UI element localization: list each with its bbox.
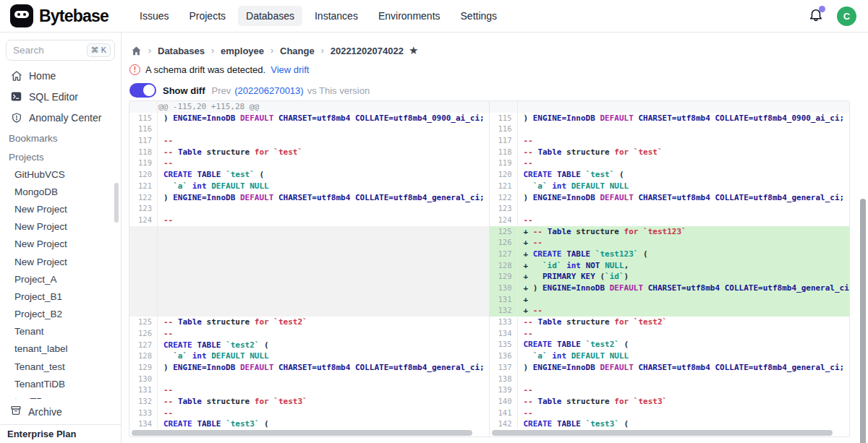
diff-line: 131-- xyxy=(129,384,489,396)
code-text: -- xyxy=(157,158,173,169)
line-number: 120 xyxy=(129,169,157,181)
nav-item-issues[interactable]: Issues xyxy=(132,6,176,26)
code-text: CREATE TABLE `test` ( xyxy=(517,169,624,181)
line-number: 115 xyxy=(490,113,517,124)
code-text: -- xyxy=(517,328,533,340)
diff-pane-current: 115) ENGINE=InnoDB DEFAULT CHARSET=utf8m… xyxy=(490,101,850,436)
code-text: + xyxy=(517,294,529,306)
breadcrumb-separator: › xyxy=(211,46,214,56)
diff-toolbar: Show diff Prev (202206270013) vs This ve… xyxy=(122,75,868,98)
view-drift-link[interactable]: View drift xyxy=(271,64,309,75)
sidebar-project-item[interactable]: New Project xyxy=(0,218,121,236)
search-input[interactable] xyxy=(13,45,80,56)
brand[interactable]: Bytebase xyxy=(0,4,127,27)
breadcrumb-item[interactable]: 20221202074022 xyxy=(331,46,404,56)
sidebar-project-item[interactable]: TenantTiDB xyxy=(0,375,121,392)
sidebar-item-sql-editor[interactable]: SQL Editor xyxy=(0,86,121,107)
code-text: CREATE TABLE `test3` ( xyxy=(157,418,269,430)
line-number: 125 xyxy=(490,226,517,238)
sidebar-project-item[interactable]: Project_B1 xyxy=(0,288,121,305)
diff-line: 134-- xyxy=(490,328,850,340)
sidebar-item-archive[interactable]: Archive xyxy=(0,399,121,424)
line-number: 122 xyxy=(490,192,517,204)
nav-item-environments[interactable]: Environments xyxy=(370,6,448,26)
nav-item-settings[interactable]: Settings xyxy=(453,6,506,26)
sidebar-project-item[interactable]: MongoDB xyxy=(0,183,121,200)
code-text: CREATE TABLE `test` ( xyxy=(157,169,264,181)
code-text: `a` int DEFAULT NULL xyxy=(157,181,269,192)
line-number: 139 xyxy=(490,384,517,396)
avatar[interactable]: C xyxy=(837,7,856,26)
horizontal-scrollbar[interactable] xyxy=(492,430,841,436)
line-number: 117 xyxy=(490,135,517,147)
sidebar-project-item[interactable]: Tenant xyxy=(0,323,121,340)
sidebar-project-item[interactable]: New Project xyxy=(0,200,121,218)
code-text xyxy=(517,124,524,135)
page-vertical-scrollbar[interactable] xyxy=(860,199,866,443)
sidebar-project-item[interactable]: GitHubVCS xyxy=(0,165,121,183)
code-text xyxy=(157,124,163,135)
star-icon[interactable]: ★ xyxy=(409,44,418,57)
code-text xyxy=(517,374,524,385)
code-text xyxy=(517,203,524,215)
sidebar-project-item[interactable]: tenant_label xyxy=(0,340,121,358)
breadcrumb-item[interactable]: employee xyxy=(221,46,264,56)
diff-line: 140-- Table structure for `test3` xyxy=(490,396,850,408)
diff-viewer: @@ -115,20 +115,28 @@115) ENGINE=InnoDB … xyxy=(129,100,850,437)
shield-icon xyxy=(10,111,22,124)
diff-line: 125-- Table structure for `test2` xyxy=(129,317,489,328)
sidebar-section-bookmarks: Bookmarks xyxy=(0,128,121,147)
sidebar-project-item[interactable]: New Project xyxy=(0,253,121,270)
diff-hunk-header: @@ -115,20 +115,28 @@ xyxy=(129,101,489,113)
sidebar-project-item[interactable]: Tenant_test xyxy=(0,358,121,375)
home-icon[interactable] xyxy=(131,46,142,56)
diff-line-added: 130+ ) ENGINE=InnoDB DEFAULT CHARSET=utf… xyxy=(490,283,850,294)
horizontal-scrollbar[interactable] xyxy=(132,430,480,436)
diff-line: 122) ENGINE=InnoDB DEFAULT CHARSET=utf8m… xyxy=(129,192,489,204)
sidebar-item-anomaly-center[interactable]: Anomaly Center xyxy=(0,107,121,128)
code-text: -- xyxy=(517,135,533,147)
line-number: 132 xyxy=(129,396,157,408)
archive-icon xyxy=(10,405,22,418)
line-number: 137 xyxy=(490,362,517,374)
diff-line: 118-- Table structure for `test` xyxy=(490,147,850,158)
line-number: 124 xyxy=(490,215,517,226)
line-number: 121 xyxy=(129,181,157,192)
code-text: + -- xyxy=(517,305,543,317)
breadcrumb-item[interactable]: Change xyxy=(280,46,315,56)
main-content: ›Databases›employee›Change›2022120207402… xyxy=(122,33,868,443)
sidebar-item-label: Home xyxy=(29,70,56,82)
search-box[interactable]: ⌘ K xyxy=(6,40,115,61)
diff-line: 133-- Table structure for `test2` xyxy=(490,317,850,328)
diff-line: 124-- xyxy=(490,215,850,226)
diff-line: 139-- xyxy=(490,384,850,396)
diff-line: 120CREATE TABLE `test` ( xyxy=(129,169,489,181)
nav-item-databases[interactable]: Databases xyxy=(238,6,302,26)
code-text: `a` int DEFAULT NULL xyxy=(517,181,629,192)
prev-version-link[interactable]: (202206270013) xyxy=(234,85,303,96)
line-number: 124 xyxy=(129,215,157,226)
diff-line: 135CREATE TABLE `test2` ( xyxy=(490,339,850,350)
diff-hunk-header xyxy=(490,101,850,113)
line-number: 133 xyxy=(490,317,517,328)
line-number: 129 xyxy=(129,362,157,374)
sidebar-item-home[interactable]: Home xyxy=(0,65,121,86)
breadcrumb-item[interactable]: Databases xyxy=(158,46,205,56)
code-text: + `id` int NOT NULL, xyxy=(517,260,629,272)
show-diff-toggle[interactable] xyxy=(129,83,156,98)
line-number: 128 xyxy=(490,260,517,272)
notifications-button[interactable] xyxy=(808,8,824,24)
diff-line: 136 `a` int DEFAULT NULL xyxy=(490,350,850,362)
sidebar-project-item[interactable]: New Project xyxy=(0,236,121,253)
sidebar-project-item[interactable]: Project_A xyxy=(0,270,121,288)
code-text: -- xyxy=(157,328,173,340)
sidebar-scrollbar[interactable] xyxy=(114,183,119,223)
diff-filler-block xyxy=(129,226,489,317)
code-text: -- Table structure for `test` xyxy=(157,147,302,158)
diff-line: 123 xyxy=(490,203,850,215)
diff-line: 119-- xyxy=(129,158,489,169)
nav-item-projects[interactable]: Projects xyxy=(181,6,234,26)
nav-item-instances[interactable]: Instances xyxy=(307,6,366,26)
sidebar-project-item[interactable]: Project_B2 xyxy=(0,306,121,323)
code-text: ) ENGINE=InnoDB DEFAULT CHARSET=utf8mb4 … xyxy=(517,192,845,204)
